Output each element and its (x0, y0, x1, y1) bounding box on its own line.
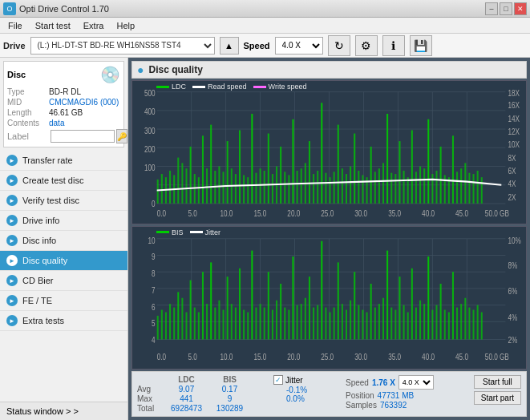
svg-text:500: 500 (144, 88, 156, 98)
svg-rect-89 (456, 172, 458, 204)
svg-text:50.0 GB: 50.0 GB (485, 351, 509, 361)
svg-rect-197 (399, 277, 400, 339)
nav-cd-bier-label: CD Bier (22, 276, 54, 285)
svg-rect-42 (264, 171, 265, 204)
svg-rect-93 (473, 174, 475, 204)
ldc-chart: LDC Read speed Write speed (131, 80, 527, 224)
svg-rect-187 (358, 305, 359, 339)
menu-extra[interactable]: Extra (79, 20, 109, 31)
svg-text:4%: 4% (508, 312, 517, 322)
jitter-checkbox[interactable]: ✓ (273, 375, 283, 385)
start-full-button[interactable]: Start full (474, 375, 521, 389)
svg-rect-21 (177, 158, 179, 204)
svg-rect-54 (313, 174, 314, 204)
samples-value: 763392 (380, 401, 407, 410)
save-button[interactable]: 💾 (410, 35, 432, 56)
svg-rect-210 (452, 272, 454, 339)
bis-chart: BIS Jitter (131, 226, 527, 370)
svg-rect-76 (403, 171, 405, 204)
minimize-button[interactable]: – (485, 2, 498, 15)
nav-extra-tests[interactable]: ► Extra tests (0, 311, 127, 331)
svg-rect-72 (386, 114, 388, 204)
eject-button[interactable]: ▲ (220, 37, 239, 55)
speed-info-select[interactable]: 4.0 X (399, 375, 434, 390)
svg-rect-191 (374, 307, 376, 339)
svg-text:8X: 8X (508, 152, 516, 162)
svg-rect-178 (321, 240, 322, 339)
svg-rect-48 (288, 175, 289, 204)
svg-rect-73 (390, 173, 392, 204)
menu-help[interactable]: Help (111, 20, 140, 31)
nav-disc-info[interactable]: ► Disc info (0, 231, 127, 251)
svg-rect-26 (198, 177, 200, 204)
svg-rect-200 (411, 268, 413, 339)
info-button[interactable]: ℹ (382, 35, 405, 56)
nav-cd-bier[interactable]: ► CD Bier (0, 271, 127, 291)
svg-rect-68 (370, 147, 372, 204)
nav-verify-test-disc[interactable]: ► Verify test disc (0, 191, 127, 211)
nav-fe-te[interactable]: ► FE / TE (0, 291, 127, 311)
svg-rect-61 (342, 168, 343, 204)
refresh-button[interactable]: ↻ (328, 35, 350, 56)
svg-rect-188 (362, 309, 363, 339)
start-part-button[interactable]: Start part (474, 391, 521, 405)
disc-heading: Disc (7, 70, 26, 79)
speed-select[interactable]: 4.0 X 2.0 X 8.0 X (275, 37, 323, 55)
position-value: 47731 MB (378, 391, 415, 400)
nav-create-test-disc[interactable]: ► Create test disc (0, 171, 127, 191)
menu-start-test[interactable]: Start test (30, 20, 75, 31)
svg-text:200: 200 (144, 144, 156, 154)
cd-bier-icon: ► (6, 275, 18, 286)
close-button[interactable]: ✕ (514, 2, 527, 15)
svg-rect-40 (255, 173, 257, 204)
svg-text:25.0: 25.0 (321, 351, 334, 361)
maximize-button[interactable]: □ (500, 2, 512, 15)
speed-label: Speed (244, 41, 270, 50)
stats-bis-header: BIS (212, 375, 248, 384)
bis-legend-color (156, 231, 169, 233)
settings-button[interactable]: ⚙ (355, 35, 378, 56)
svg-text:4X: 4X (508, 179, 516, 188)
svg-rect-94 (477, 171, 479, 204)
svg-rect-78 (411, 130, 413, 203)
drivebar: Drive (L:) HL-DT-ST BD-RE WH16NS58 TST4 … (0, 34, 530, 58)
svg-rect-83 (431, 174, 433, 204)
svg-rect-209 (448, 312, 450, 339)
ldc-chart-svg: 500 400 300 200 100 0 18X 16X 14X 12X 10… (132, 81, 526, 224)
jitter-label: Jitter (285, 376, 303, 385)
label-icon-button[interactable]: 🔑 (116, 129, 127, 143)
drive-select[interactable]: (L:) HL-DT-ST BD-RE WH16NS58 TST4 (30, 37, 215, 55)
ldc-chart-legend: LDC Read speed Write speed (156, 83, 306, 91)
nav-drive-info-label: Drive info (22, 216, 59, 225)
nav-disc-quality-label: Disc quality (22, 256, 67, 265)
mid-value: CMCMAGDI6 (000) (49, 98, 119, 107)
svg-rect-161 (251, 250, 253, 339)
menu-file[interactable]: File (3, 20, 27, 31)
nav-disc-quality[interactable]: ► Disc quality (0, 251, 127, 271)
nav-transfer-rate-label: Transfer rate (22, 155, 73, 165)
nav-drive-info[interactable]: ► Drive info (0, 211, 127, 231)
write-speed-legend-item: Write speed (253, 83, 307, 91)
svg-rect-195 (390, 307, 392, 339)
nav-transfer-rate[interactable]: ► Transfer rate (0, 151, 127, 171)
label-input[interactable] (51, 130, 115, 143)
svg-rect-168 (280, 284, 281, 340)
status-window-button[interactable]: Status window > > (0, 402, 127, 420)
svg-text:4: 4 (152, 334, 156, 345)
bis-legend-label: BIS (172, 228, 184, 236)
svg-text:15.0: 15.0 (253, 351, 266, 361)
disc-quality-icon-header: ● (137, 63, 144, 76)
svg-rect-138 (157, 315, 159, 339)
disc-quality-header: ● Disc quality (131, 61, 527, 79)
svg-rect-50 (297, 171, 298, 204)
svg-rect-28 (206, 168, 208, 204)
svg-rect-43 (268, 134, 269, 204)
svg-rect-190 (370, 284, 372, 340)
svg-rect-37 (243, 175, 245, 204)
max-ldc: 441 (164, 394, 208, 403)
mid-label: MID (7, 98, 49, 107)
svg-text:45.0: 45.0 (455, 351, 468, 361)
svg-text:8: 8 (152, 268, 156, 278)
svg-rect-59 (334, 172, 335, 204)
svg-rect-145 (185, 312, 187, 339)
